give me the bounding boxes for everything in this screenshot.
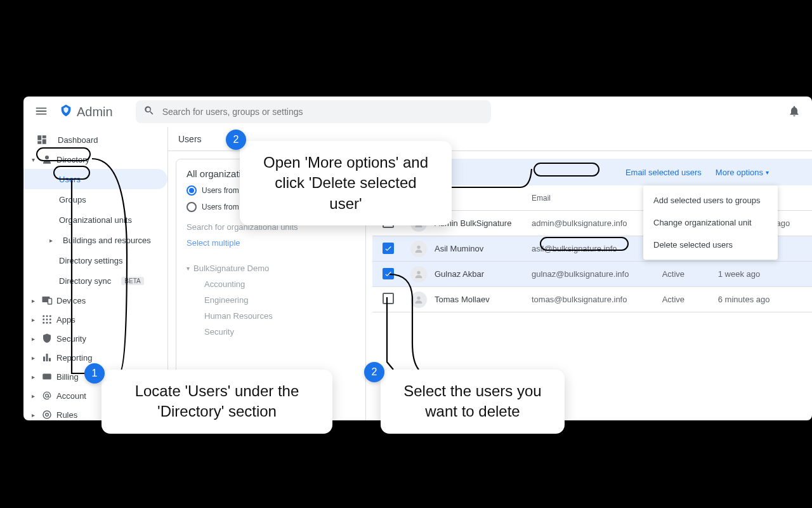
sidebar-label: Buildings and resources [63,236,151,245]
caret-right-icon: ▸ [29,316,37,323]
sidebar-item-directory-settings[interactable]: Directory settings [23,250,167,271]
callout-badge-1: 1 [84,363,105,384]
user-status: Active [662,295,718,304]
org-tree-child[interactable]: Security [187,324,355,340]
svg-point-9 [43,322,44,324]
sidebar-item-buildings[interactable]: ▸Buildings and resources [23,230,167,250]
dropdown-add-to-groups[interactable]: Add selected users to groups [643,189,778,211]
sidebar-label: Directory settings [59,256,122,265]
caret-down-icon: ▾ [187,265,190,272]
user-email: asil@bulksignature.info [532,244,662,253]
svg-point-22 [417,296,420,299]
sidebar-item-users[interactable]: Users [23,169,167,189]
caret-right-icon: ▸ [29,411,37,418]
person-icon [41,154,53,165]
caret-down-icon: ▾ [29,156,37,163]
more-options-label: More options [716,168,763,177]
sidebar-label: Organizational units [59,215,132,225]
org-tree-child[interactable]: Human Resources [187,308,355,324]
dashboard-icon [36,134,48,145]
user-last-signin: 1 week ago [718,269,802,279]
caret-right-icon: ▸ [48,237,54,244]
org-tree-child[interactable]: Accounting [187,276,355,292]
svg-point-18 [46,413,49,417]
app-header: Admin [23,97,812,127]
sidebar-label: Security [56,334,86,344]
radio-off-icon [187,202,197,212]
caret-right-icon: ▸ [29,335,37,342]
sidebar-item-org-units[interactable]: Organizational units [23,210,167,230]
org-tree-child[interactable]: Engineering [187,292,355,308]
svg-rect-15 [43,374,51,380]
sidebar-item-dashboard[interactable]: Dashboard [23,130,167,150]
menu-icon [34,104,48,120]
beta-badge: BETA [121,277,143,285]
caret-right-icon: ▸ [29,297,37,304]
user-last-signin: 6 minutes ago [718,295,802,304]
svg-point-8 [49,319,51,321]
col-email[interactable]: Email [532,194,662,203]
breadcrumb-text: Users [178,134,202,144]
search-input[interactable] [161,106,483,117]
sidebar-item-directory-sync[interactable]: Directory syncBETA [23,271,167,291]
svg-point-3 [43,315,44,317]
user-email: admin@bulksignature.info [532,218,662,228]
user-email: tomas@bulksignature.info [532,295,662,304]
admin-logo-icon [59,104,73,121]
org-tree-root[interactable]: ▾BulkSignature Demo [187,260,355,276]
global-search[interactable] [136,100,491,123]
more-options-button[interactable]: More options ▾ [716,168,769,177]
user-status: Active [662,269,718,279]
sidebar-label: Directory [56,155,89,164]
email-selected-button[interactable]: Email selected users [625,168,702,177]
sidebar-label: Reporting [56,353,92,363]
chart-icon [41,352,53,363]
shield-icon [41,333,53,344]
avatar [410,241,427,257]
search-icon [143,105,155,119]
sidebar-label: Billing [56,372,79,382]
callout-1: Locate 'Users' under the 'Directory' sec… [102,370,332,434]
table-row[interactable]: Tomas Mollaevtomas@bulksignature.infoAct… [372,287,812,312]
hamburger-menu-button[interactable] [29,99,54,124]
dropdown-delete-users[interactable]: Delete selected users [643,234,778,256]
user-name: Tomas Mollaev [435,295,490,304]
sidebar-item-apps[interactable]: ▸Apps [23,310,167,329]
sidebar-item-devices[interactable]: ▸Devices [23,291,167,310]
callout-2-bottom: Select the users you want to delete [381,370,565,434]
dropdown-change-ou[interactable]: Change organizational unit [643,211,778,234]
user-email: gulnaz@bulksignature.info [532,269,662,279]
org-root-label: BulkSignature Demo [193,264,269,273]
svg-point-0 [45,156,49,159]
target-icon [41,409,53,420]
svg-point-7 [46,319,48,321]
svg-rect-14 [49,358,51,361]
caret-right-icon: ▸ [29,354,37,361]
svg-point-21 [417,271,420,274]
org-tree: ▾BulkSignature Demo Accounting Engineeri… [187,254,355,340]
svg-point-5 [49,315,51,317]
svg-rect-13 [46,354,48,361]
sidebar-item-security[interactable]: ▸Security [23,329,167,348]
caret-right-icon: ▸ [29,392,37,399]
sidebar-label: Account [56,391,86,401]
devices-icon [41,295,53,306]
svg-point-16 [46,394,49,398]
svg-point-11 [49,322,51,324]
sidebar-item-groups[interactable]: Groups [23,189,167,210]
callout-text: Select the users you want to delete [403,382,541,420]
table-row[interactable]: Gulnaz Akbargulnaz@bulksignature.infoAct… [372,262,812,287]
avatar [410,291,427,308]
sidebar-item-directory[interactable]: ▾ Directory [23,150,167,169]
svg-point-4 [46,315,48,317]
svg-rect-2 [48,298,52,304]
select-multiple-link[interactable]: Select multiple [187,238,355,248]
row-checkbox[interactable] [383,243,394,254]
row-checkbox[interactable] [383,293,394,304]
chevron-down-icon: ▾ [766,169,769,176]
row-checkbox[interactable] [383,268,394,279]
caret-right-icon: ▸ [29,373,37,380]
svg-point-10 [46,322,48,324]
notifications-button[interactable] [782,99,807,124]
callout-badge-2b: 2 [364,362,384,382]
